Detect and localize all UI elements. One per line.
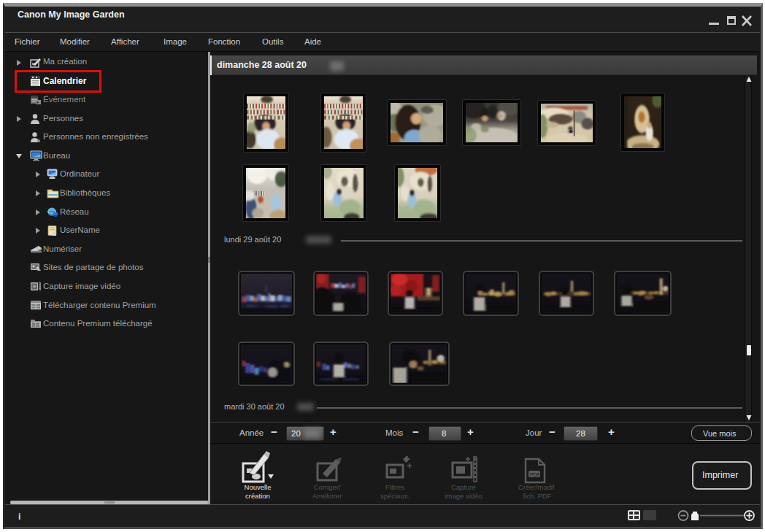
svg-text:PDF: PDF (530, 472, 540, 477)
